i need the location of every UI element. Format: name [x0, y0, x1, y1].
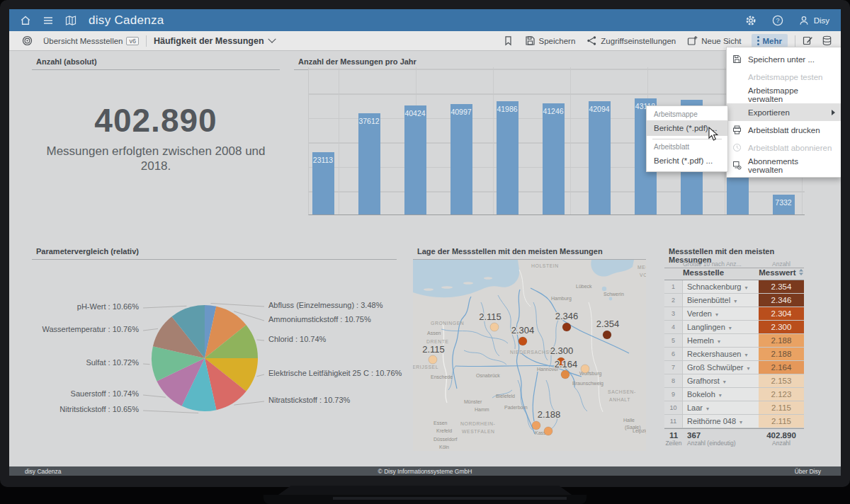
more-menu: Speichern unter ...Arbeitsmappe testenAr…	[726, 47, 841, 178]
caret-down-icon: ▾	[744, 285, 747, 291]
menu-item-arbeitsblatt-drucken[interactable]: Arbeitsblatt drucken	[727, 121, 841, 139]
edit-page-icon[interactable]	[803, 35, 813, 46]
table-total-label: Anzahl	[759, 440, 804, 447]
map-panel[interactable]: HOLSTEINMECKLEVORPOMGRONINGENDRENTEVERIJ…	[413, 260, 646, 451]
row-number: 4	[664, 321, 683, 333]
menu-item-abonnements-verwalten[interactable]: Abonnements verwalten	[727, 156, 841, 174]
station-name-dropdown[interactable]: Schnackenburg▾	[683, 280, 759, 293]
bar-2013[interactable]: 41246	[543, 103, 565, 214]
station-value: 2.188	[759, 334, 804, 347]
worksheet-title-dropdown[interactable]: Häufigkeit der Messungen	[154, 36, 275, 46]
bar-2008[interactable]: 23113	[312, 152, 334, 214]
map-city-label: Leipzig	[633, 428, 646, 434]
access-settings-button[interactable]: Zugriffseinstellungen	[586, 35, 676, 46]
map-icon[interactable]	[64, 14, 77, 27]
station-name-dropdown[interactable]: Bienenbüttel▾	[683, 294, 759, 307]
bar-2009[interactable]: 37612	[358, 113, 380, 214]
map-marker-2.354[interactable]	[603, 331, 611, 339]
map-marker-2.115[interactable]	[490, 323, 499, 331]
map-marker-2.164[interactable]	[561, 370, 570, 379]
bar-value-label: 41246	[543, 107, 563, 115]
map-marker-2.115[interactable]	[429, 355, 437, 364]
bar-2018[interactable]: 7332	[773, 195, 795, 214]
map-marker-2.188[interactable]	[532, 421, 540, 430]
sort-icon[interactable]	[798, 268, 804, 276]
station-name-dropdown[interactable]: Reckershausen▾	[683, 348, 759, 360]
subscriptions-icon	[732, 161, 748, 170]
save-button[interactable]: Speichern	[525, 35, 576, 46]
station-name-dropdown[interactable]: Verden▾	[683, 307, 759, 320]
caret-down-icon: ▾	[734, 298, 737, 304]
pie-leader-line	[143, 395, 166, 397]
menu-item-label: Arbeitsmappe testen	[748, 73, 822, 81]
submenu-item-bericht-pdf[interactable]: Bericht (*.pdf) ...	[647, 153, 727, 168]
map-city-label: Krefeld	[436, 428, 452, 433]
bar-value-label: 42094	[589, 105, 609, 113]
map-marker-2.304[interactable]	[518, 337, 527, 345]
more-button[interactable]: Mehr	[752, 34, 788, 47]
map-marker[interactable]	[581, 365, 589, 373]
pie-chart: Abfluss (Einzelmessung) : 3.48%Ammoniums…	[32, 264, 407, 434]
bar-2014[interactable]: 42094	[589, 101, 611, 214]
menu-item-arbeitsmappe-verwalten[interactable]: Arbeitsmappe verwalten	[727, 86, 841, 103]
station-value: 2.354	[759, 280, 804, 293]
about-link[interactable]: Über Disy	[795, 468, 821, 475]
pie-label: Nitratstickstoff : 10.73%	[268, 396, 350, 404]
station-name-dropdown[interactable]: Langlingen▾	[683, 321, 759, 333]
gear-icon[interactable]	[744, 14, 757, 27]
bookmark-icon[interactable]	[503, 35, 514, 46]
table-header[interactable]: Größte 10 nach Anz... Messstelle Anzahl …	[664, 258, 804, 280]
station-name-dropdown[interactable]: Bokeloh▾	[683, 388, 759, 401]
station-name: Langlingen	[687, 323, 725, 331]
station-name-dropdown[interactable]: Reithörne 048▾	[683, 415, 759, 428]
pie-label: Ammoniumstickstoff : 10.75%	[268, 315, 371, 323]
map-marker[interactable]	[544, 427, 552, 435]
station-name: Grafhorst	[687, 377, 720, 385]
row-number: 11	[664, 415, 683, 428]
footer-copyright: © Disy Informationssysteme GmbH	[9, 468, 841, 475]
row-number: 1	[664, 280, 683, 293]
hamburger-menu-icon[interactable]	[42, 14, 55, 27]
app-title: disy Cadenza	[89, 13, 164, 28]
save-icon	[525, 35, 536, 46]
help-icon[interactable]: ?	[771, 14, 784, 27]
station-name-dropdown[interactable]: Grafhorst▾	[683, 374, 759, 387]
database-icon[interactable]	[822, 35, 832, 46]
station-name: Bokeloh	[687, 390, 715, 399]
map-city-label: Köln	[439, 445, 449, 449]
target-icon[interactable]	[22, 35, 33, 46]
map-marker-label: 2.188	[538, 409, 561, 420]
station-value: 2.164	[759, 361, 804, 374]
access-settings-label: Zugriffseinstellungen	[601, 37, 676, 45]
table-col1-header: Messstelle	[683, 268, 759, 280]
home-icon[interactable]	[19, 14, 32, 27]
station-name: Verden	[687, 309, 712, 318]
map-region-label: VERIJSSEL	[413, 365, 438, 370]
menu-item-speichern-unter[interactable]: Speichern unter ...	[727, 50, 841, 68]
bar-2010[interactable]: 40424	[404, 105, 426, 214]
bar-2012[interactable]: 41986	[497, 101, 518, 214]
map-city-label: Hamm	[475, 407, 489, 412]
bar-value-label: 40424	[404, 109, 425, 118]
workbook-title[interactable]: Übersicht Messstellen v6	[43, 37, 139, 45]
map-city-label: Osnabrück	[476, 373, 500, 378]
map-city-label: Braunschweig	[572, 381, 604, 386]
station-name-dropdown[interactable]: Groß Schwülper▾	[683, 361, 759, 374]
user-menu[interactable]: Disy	[798, 15, 829, 26]
station-name-dropdown[interactable]: Laar▾	[683, 401, 759, 414]
toolbar: Übersicht Messstellen v6 Häufigkeit der …	[9, 31, 841, 51]
station-name-dropdown[interactable]: Hemeln▾	[683, 334, 759, 347]
map-marker-label: 2.346	[555, 311, 579, 321]
station-name: Laar	[687, 403, 703, 412]
map-marker-2.346[interactable]	[562, 323, 571, 331]
row-number: 9	[664, 388, 683, 401]
menu-item-label: Arbeitsblatt drucken	[748, 126, 820, 134]
new-view-button[interactable]: Neue Sicht	[687, 35, 741, 46]
map-marker-label: 2.115	[479, 311, 502, 322]
table-row: 1Schnackenburg▾2.354	[664, 280, 804, 294]
menu-item-exportieren[interactable]: Exportieren	[727, 103, 841, 121]
bar-2011[interactable]: 40997	[450, 104, 472, 214]
kpi-caption: Messungen erfolgten zwischen 2008 und 20…	[38, 144, 273, 174]
map-city-label: Bielefeld	[496, 394, 515, 399]
station-name: Groß Schwülper	[687, 363, 743, 372]
